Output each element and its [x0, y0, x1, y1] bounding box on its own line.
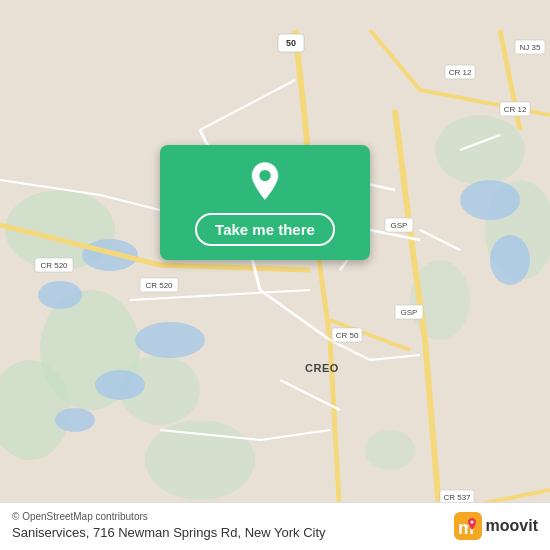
- svg-point-12: [95, 370, 145, 400]
- svg-line-46: [200, 80, 295, 130]
- location-text: Saniservices, 716 Newman Springs Rd, New…: [12, 525, 326, 540]
- svg-line-25: [370, 30, 420, 90]
- moovit-icon: m: [454, 512, 482, 540]
- svg-line-38: [130, 295, 220, 300]
- svg-point-13: [55, 408, 95, 432]
- svg-text:CR 537: CR 537: [443, 493, 471, 502]
- moovit-text: moovit: [486, 517, 538, 535]
- svg-text:GSP: GSP: [391, 221, 408, 230]
- svg-point-5: [435, 115, 525, 185]
- map-svg: 50 CR 520 CR 520 GSP GSP CR 12 CR 12 NJ …: [0, 0, 550, 550]
- svg-text:50: 50: [286, 38, 296, 48]
- osm-attribution: © OpenStreetMap contributors: [12, 511, 326, 522]
- svg-point-4: [145, 420, 255, 500]
- svg-line-22: [395, 110, 410, 230]
- creo-label: CREO: [305, 362, 339, 374]
- map-container: 50 CR 520 CR 520 GSP GSP CR 12 CR 12 NJ …: [0, 0, 550, 550]
- card-overlay: Take me there: [160, 145, 370, 260]
- bottom-bar: © OpenStreetMap contributors Saniservice…: [0, 502, 550, 550]
- svg-line-42: [330, 340, 370, 360]
- svg-point-8: [365, 430, 415, 470]
- svg-line-37: [260, 290, 330, 340]
- svg-line-24: [425, 340, 440, 520]
- svg-text:NJ 35: NJ 35: [520, 43, 541, 52]
- svg-point-15: [490, 235, 530, 285]
- svg-line-21: [160, 265, 310, 270]
- svg-text:CR 50: CR 50: [336, 331, 359, 340]
- svg-line-45: [260, 430, 330, 440]
- svg-text:GSP: GSP: [401, 308, 418, 317]
- svg-point-74: [470, 520, 473, 523]
- svg-text:CR 520: CR 520: [40, 261, 68, 270]
- svg-line-48: [420, 230, 460, 250]
- svg-point-14: [460, 180, 520, 220]
- svg-text:CR 12: CR 12: [449, 68, 472, 77]
- svg-point-71: [259, 170, 270, 181]
- moovit-logo: m moovit: [454, 512, 538, 540]
- svg-line-43: [370, 355, 420, 360]
- location-pin-icon: [244, 161, 286, 203]
- bottom-left: © OpenStreetMap contributors Saniservice…: [12, 511, 326, 540]
- svg-text:CR 12: CR 12: [504, 105, 527, 114]
- svg-text:CR 520: CR 520: [145, 281, 173, 290]
- svg-point-10: [38, 281, 82, 309]
- svg-point-11: [135, 322, 205, 358]
- svg-line-26: [420, 90, 550, 115]
- take-me-there-button[interactable]: Take me there: [195, 213, 335, 246]
